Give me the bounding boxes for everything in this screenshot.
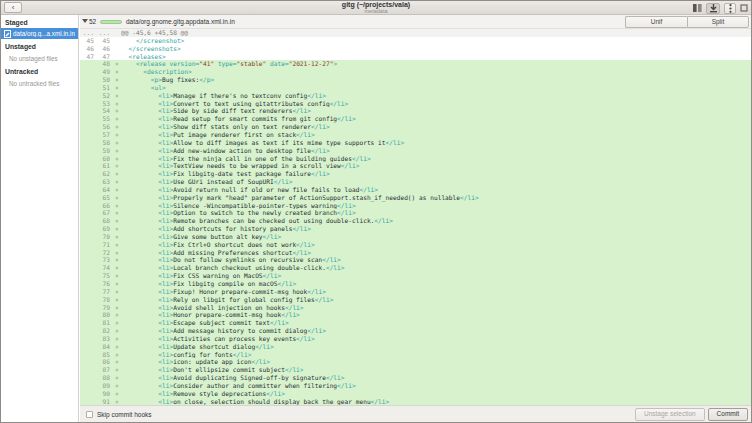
old-line-number [80, 233, 97, 241]
diff-sign: + [113, 288, 121, 296]
diff-line[interactable]: 49+ <description> [80, 68, 751, 76]
new-line-number: 90 [97, 390, 113, 398]
diff-line[interactable]: 83+ <li>Activities can process key event… [80, 335, 751, 343]
new-line-number: 72 [97, 249, 113, 257]
diff-line[interactable]: 84+ <li>Update shortcut dialog</li> [80, 343, 751, 351]
new-line-number: 62 [97, 170, 113, 178]
back-button[interactable]: ‹ [4, 2, 22, 13]
diff-line[interactable]: 4545 </screenshot> [80, 37, 751, 45]
diff-line[interactable]: 70+ <li>Give some button alt key</li> [80, 233, 751, 241]
diff-line[interactable]: 73+ <li>Do not follow symlinks on recurs… [80, 256, 751, 264]
diff-line[interactable]: 82+ <li>Add message history to commit di… [80, 327, 751, 335]
diff-line[interactable]: 86+ <li>icon: update app icon</li> [80, 358, 751, 366]
sidebar-item-staged-file[interactable]: data/org.g...a.xml.in.in [1, 28, 78, 39]
menu-icon[interactable] [724, 3, 736, 14]
diff-line[interactable]: 60+ <li>Fix the ninja call in one of the… [80, 155, 751, 163]
diff-line-text: </screenshots> [121, 45, 751, 53]
new-line-number: 69 [97, 225, 113, 233]
diff-line[interactable]: 52+ <li>Manage if there's no textconv co… [80, 92, 751, 100]
diff-line-text: <li>Fixup! Honor prepare-commit-msg hook… [121, 288, 751, 296]
commit-view-icon[interactable] [706, 3, 720, 14]
unstage-selection-button[interactable]: Unstage selection [635, 408, 705, 421]
old-line-number [80, 366, 97, 374]
diff-line[interactable]: 76+ <li>Fix libgitg compile on macOS</li… [80, 280, 751, 288]
split-view-button[interactable]: Split [687, 16, 749, 28]
new-line-number: 83 [97, 335, 113, 343]
window-close-icon[interactable] [740, 3, 748, 14]
new-line-number: 84 [97, 343, 113, 351]
diff-line-text: <description> [121, 68, 751, 76]
diff-line[interactable]: 85+ <li>config for fonts</li> [80, 351, 751, 359]
diff-line[interactable]: 4646 </screenshots> [80, 45, 751, 53]
diff-line[interactable]: 48+ <release version="41" type="stable" … [80, 60, 751, 68]
diff-sign: + [113, 139, 121, 147]
commit-button[interactable]: Commit [708, 408, 748, 421]
new-line-number: 91 [97, 398, 113, 405]
diff-line[interactable]: 55+ <li>Read setup for smart commits fro… [80, 115, 751, 123]
diff-sign: + [113, 202, 121, 210]
diff-line[interactable]: 61+ <li>TextView needs to be wrapped in … [80, 162, 751, 170]
diff-line[interactable]: 81+ <li>Escape subject commit text</li> [80, 319, 751, 327]
diff-line[interactable]: 67+ <li>Option to switch to the newly cr… [80, 209, 751, 217]
diff-line-text: <li>Remote branches can be checked out u… [121, 217, 751, 225]
new-line-number: 86 [97, 358, 113, 366]
diff-line[interactable]: 75+ <li>Fix CSS warning on MacOS</li> [80, 272, 751, 280]
old-line-number [80, 76, 97, 84]
new-line-number: 53 [97, 100, 113, 108]
diff-line-text: <ul> [121, 84, 751, 92]
diff-line[interactable]: 91+ <li>on close, selection should displ… [80, 398, 751, 405]
expander-icon[interactable] [82, 19, 88, 23]
diff-sign: + [113, 382, 121, 390]
diff-sign: + [113, 256, 121, 264]
diff-line[interactable]: 51+ <ul> [80, 84, 751, 92]
old-line-number [80, 84, 97, 92]
diff-line[interactable]: 80+ <li>Honor prepare-commit-msg hook</l… [80, 311, 751, 319]
old-line-number [80, 264, 97, 272]
diff-line[interactable]: 69+ <li>Add shortcuts for history panels… [80, 225, 751, 233]
diff-line[interactable]: 62+ <li>Fix libgitg-date test package fa… [80, 170, 751, 178]
diff-sign: + [113, 335, 121, 343]
diff-line[interactable]: 72+ <li>Add missing Preferences shortcut… [80, 249, 751, 257]
new-line-number: 60 [97, 155, 113, 163]
old-line-number [80, 256, 97, 264]
diff-line[interactable]: 74+ <li>Local branch checkout using doub… [80, 264, 751, 272]
diff-line-text: <li>Remove style deprecations</li> [121, 390, 751, 398]
new-line-number: 52 [97, 92, 113, 100]
diff-line[interactable]: 90+ <li>Remove style deprecations</li> [80, 390, 751, 398]
new-line-number: 70 [97, 233, 113, 241]
old-line-number [80, 390, 97, 398]
diff-line[interactable]: 54+ <li>Side by side diff text renderers… [80, 107, 751, 115]
diff-line[interactable]: 88+ <li>Avoid duplicating Signed-off-by … [80, 374, 751, 382]
diff-line[interactable]: 78+ <li>Rely on libgit for global config… [80, 296, 751, 304]
diff-line[interactable]: 57+ <li>Put image renderer first on stac… [80, 131, 751, 139]
diff-line-text: <li>Avoid shell injection on hooks</li> [121, 304, 751, 312]
diff-line[interactable]: 66+ <li>Silence -Wincompatible-pointer-t… [80, 202, 751, 210]
diff-sign: + [113, 233, 121, 241]
diff-line[interactable]: 65+ <li>Properly mark "head" parameter o… [80, 194, 751, 202]
diff-line[interactable]: 89+ <li>Consider author and committer wh… [80, 382, 751, 390]
columns-view-icon[interactable] [693, 3, 702, 14]
diff-line-text: <li>Fix libgitg compile on macOS</li> [121, 280, 751, 288]
diff-line[interactable]: 53+ <li>Convert to text using gitattribu… [80, 100, 751, 108]
diff-line[interactable]: 77+ <li>Fixup! Honor prepare-commit-msg … [80, 288, 751, 296]
diff-line-text: <li>Show diff stats only on text rendere… [121, 123, 751, 131]
hunk-header-row[interactable]: ... ... @@ -45,6 +45,58 @@ [80, 29, 751, 37]
diff-line[interactable]: 79+ <li>Avoid shell injection on hooks</… [80, 304, 751, 312]
diff-line-text: <li>icon: update app icon</li> [121, 358, 751, 366]
diff-line[interactable]: 63+ <li>Use GUri instead of SoupURI</li> [80, 178, 751, 186]
header-actions [693, 2, 748, 14]
diff-line[interactable]: 71+ <li>Fix Ctrl+O shortcut does not wor… [80, 241, 751, 249]
diff-stat-bar [100, 20, 122, 24]
diff-line[interactable]: 50+ <p>Bug fixes:</p> [80, 76, 751, 84]
skip-commit-hooks-checkbox[interactable] [86, 411, 93, 418]
diff-line[interactable]: 64+ <li>Avoid return null if old or new … [80, 186, 751, 194]
unified-view-button[interactable]: Unif [625, 16, 687, 28]
diff-line[interactable]: 59+ <li>Add new-window action to desktop… [80, 147, 751, 155]
diff-line[interactable]: 58+ <li>Allow to diff images as text if … [80, 139, 751, 147]
diff-line[interactable]: 68+ <li>Remote branches can be checked o… [80, 217, 751, 225]
new-line-number: 55 [97, 115, 113, 123]
diff-line[interactable]: 4747 <releases> [80, 53, 751, 61]
diff-line[interactable]: 87+ <li>Don't ellipsize commit subject</… [80, 366, 751, 374]
diff-sign: + [113, 398, 121, 405]
diff-line[interactable]: 56+ <li>Show diff stats only on text ren… [80, 123, 751, 131]
